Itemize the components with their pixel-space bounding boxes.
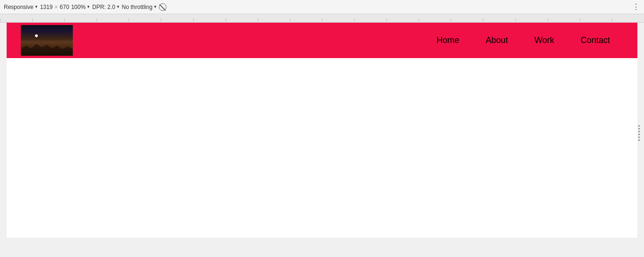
more-options-button[interactable]: ⋮	[632, 2, 640, 11]
resize-handle[interactable]	[636, 123, 641, 142]
site-navigation: Home About Work Contact	[423, 35, 623, 45]
responsive-dropdown[interactable]: Responsive	[4, 4, 38, 10]
nav-about[interactable]: About	[472, 35, 521, 45]
ruler-tick	[386, 18, 418, 21]
ruler-tick	[290, 18, 322, 21]
viewport-height: 670	[60, 4, 69, 10]
dimension-separator: ×	[54, 4, 58, 10]
ruler-tick	[548, 18, 580, 21]
ruler-tick	[0, 18, 32, 21]
devtools-left-controls: Responsive 1319 × 670 100% DPR: 2.0 No t…	[4, 3, 166, 11]
logo-image	[21, 25, 73, 56]
dpr-dropdown[interactable]: DPR: 2.0	[92, 4, 120, 10]
browser-content: Home About Work Contact	[7, 23, 637, 238]
ruler-tick	[322, 18, 354, 21]
ruler-tick	[96, 18, 129, 21]
ruler-tick	[129, 18, 161, 21]
site-main	[7, 58, 637, 238]
site-logo	[21, 25, 73, 56]
resize-line	[638, 139, 640, 141]
site-header: Home About Work Contact	[7, 23, 637, 58]
resize-line	[638, 128, 640, 129]
ruler-tick	[226, 18, 258, 21]
resize-line	[638, 134, 640, 135]
no-throttle-icon	[159, 3, 166, 11]
ruler-tick	[258, 18, 290, 21]
resize-line	[638, 137, 640, 138]
viewport-width: 1319	[40, 4, 53, 10]
ruler-tick	[451, 18, 483, 21]
ruler-tick	[418, 18, 451, 21]
ruler-tick	[354, 18, 386, 21]
devtools-right-controls: ⋮	[632, 2, 640, 11]
ruler-tick	[64, 18, 96, 21]
ruler-tick	[483, 18, 515, 21]
nav-contact[interactable]: Contact	[567, 35, 623, 45]
resize-line	[638, 131, 640, 132]
nav-home[interactable]: Home	[423, 35, 472, 45]
ruler-tick	[580, 18, 612, 21]
ruler-tick	[32, 18, 64, 21]
ruler-tick	[161, 18, 193, 21]
throttle-dropdown[interactable]: No throttling	[122, 4, 157, 10]
nav-work[interactable]: Work	[521, 35, 567, 45]
ruler-tick	[515, 18, 548, 21]
zoom-dropdown[interactable]: 100%	[71, 4, 90, 10]
ruler-tick	[193, 18, 226, 21]
ruler-bar	[0, 14, 644, 23]
ruler-tick	[612, 18, 644, 21]
resize-handle-lines	[638, 125, 640, 141]
resize-line	[638, 125, 640, 127]
devtools-toolbar: Responsive 1319 × 670 100% DPR: 2.0 No t…	[0, 0, 644, 14]
